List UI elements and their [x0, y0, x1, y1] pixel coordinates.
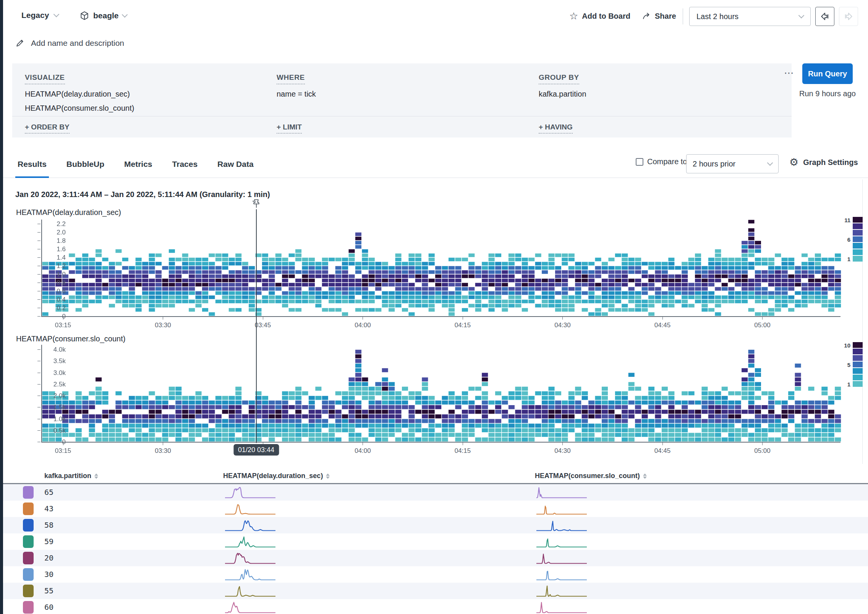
x-axis-tick-label: 03:30 [147, 322, 178, 329]
left-nav-edge [0, 0, 3, 614]
y-axis-tick-label: 0.4 [44, 296, 66, 304]
pencil-icon [15, 38, 25, 48]
graph-settings-button[interactable]: ⚙ Graph Settings [789, 157, 858, 168]
graph-settings-label: Graph Settings [803, 158, 858, 167]
table-row[interactable]: 65 [3, 484, 868, 501]
compare-period-value: 2 hours prior [693, 160, 735, 168]
run-query-button[interactable]: Run Query [802, 63, 853, 84]
sort-icon [94, 473, 98, 479]
visualize-clause[interactable]: HEATMAP(delay.duration_sec) [25, 90, 134, 99]
y-axis-tick-label: 0.6 [44, 288, 66, 295]
slo-sparkline [536, 503, 587, 515]
group-by-clause[interactable]: kafka.partition [539, 90, 586, 99]
table-row[interactable]: 58 [3, 517, 868, 533]
column-header-heatmap-slo[interactable]: HEATMAP(consumer.slo_count) [535, 472, 647, 480]
query-menu-button[interactable]: ⋯ [784, 67, 795, 79]
heatmap1-canvas[interactable] [42, 220, 841, 316]
tab-traces[interactable]: Traces [172, 153, 198, 178]
chart2-plot[interactable] [41, 345, 840, 443]
x-axis-tick [363, 317, 363, 320]
history-forward-button [839, 7, 858, 26]
x-axis-tick-label: 03:15 [48, 322, 78, 329]
series-color-swatch[interactable] [23, 585, 34, 597]
legend-value-label: 6 [841, 236, 850, 243]
y-axis-tick-label: 1.5k [44, 404, 66, 411]
share-label: Share [655, 12, 676, 21]
series-color-swatch[interactable] [23, 535, 34, 548]
y-axis-tick [37, 299, 40, 300]
chart2-title: HEATMAP(consumer.slo_count) [16, 334, 125, 343]
time-range-summary: Jan 20 2022, 3:11:44 AM – Jan 20 2022, 5… [15, 190, 270, 199]
add-name-description[interactable]: Add name and description [15, 38, 124, 48]
dataset-label: beagle [93, 11, 119, 20]
tab-results[interactable]: Results [18, 153, 47, 178]
add-to-board-button[interactable]: ☆ Add to Board [569, 11, 630, 21]
chart1-plot[interactable] [41, 220, 840, 317]
y-axis-tick-label: 0 [44, 313, 66, 320]
legend-swatch [853, 349, 863, 354]
environment-select[interactable]: Legacy [21, 11, 58, 20]
sort-icon [643, 473, 647, 479]
heatmap2-canvas[interactable] [42, 345, 841, 442]
x-axis-tick [762, 443, 763, 445]
add-having-button[interactable]: + HAVING [539, 123, 573, 134]
series-color-swatch[interactable] [23, 601, 34, 614]
pin-icon[interactable] [251, 199, 261, 210]
partition-value: 43 [44, 504, 53, 513]
dataset-select[interactable]: beagle [79, 11, 127, 21]
y-axis-tick-label: 2.5k [44, 381, 66, 388]
column-header-heatmap-delay[interactable]: HEATMAP(delay.duration_sec) [223, 472, 330, 480]
series-color-swatch[interactable] [23, 568, 34, 581]
tabs: ResultsBubbleUpMetricsTracesRaw Data [18, 153, 254, 178]
legend-swatch [853, 362, 863, 367]
y-axis-tick [37, 419, 40, 419]
delay-sparkline [225, 503, 276, 515]
series-color-swatch[interactable] [23, 486, 34, 499]
table-header: kafka.partition HEATMAP(delay.duration_s… [3, 469, 868, 484]
y-axis-tick [37, 291, 40, 291]
y-axis-tick-label: 4.0k [44, 346, 66, 354]
tab-metrics[interactable]: Metrics [124, 153, 152, 178]
column-header-kafka-partition[interactable]: kafka.partition [44, 472, 98, 480]
table-row[interactable]: 43 [3, 501, 868, 517]
time-range-select[interactable]: Last 2 hours [689, 7, 811, 26]
visualize-clause[interactable]: HEATMAP(consumer.slo_count) [25, 104, 134, 113]
add-order-by-button[interactable]: + ORDER BY [25, 123, 70, 134]
tab-raw-data[interactable]: Raw Data [217, 153, 254, 178]
y-axis-tick [37, 316, 40, 317]
compare-to-checkbox[interactable] [636, 158, 643, 166]
table-row[interactable]: 30 [3, 566, 868, 583]
table-row[interactable]: 60 [3, 599, 868, 614]
x-axis-tick-label: 04:15 [447, 322, 478, 329]
table-row[interactable]: 20 [3, 550, 868, 566]
delay-sparkline [225, 486, 276, 498]
crosshair-line[interactable] [256, 209, 257, 443]
delay-sparkline [225, 536, 276, 548]
chevron-down-icon [798, 12, 805, 18]
x-axis-tick-label: 04:00 [347, 447, 378, 455]
table-row[interactable]: 59 [3, 533, 868, 550]
where-clause[interactable]: name = tick [277, 90, 316, 99]
partition-value: 60 [44, 603, 53, 612]
sort-icon [326, 473, 330, 479]
series-color-swatch[interactable] [23, 552, 34, 564]
history-back-button[interactable] [815, 7, 834, 26]
table-row[interactable]: 55 [3, 583, 868, 599]
x-axis-tick [63, 443, 63, 445]
series-color-swatch[interactable] [23, 503, 34, 515]
x-axis-tick [463, 443, 463, 445]
visualize-heading: VISUALIZE [25, 73, 65, 84]
y-axis-tick [37, 266, 40, 266]
compare-period-select[interactable]: 2 hours prior [686, 154, 779, 173]
slo-sparkline [536, 585, 587, 597]
chart1-title: HEATMAP(delay.duration_sec) [16, 208, 121, 217]
y-axis-tick [37, 442, 40, 442]
add-limit-button[interactable]: + LIMIT [277, 123, 302, 134]
y-axis-tick [37, 241, 40, 241]
partition-value: 30 [44, 570, 53, 579]
legend-value-label: 1 [841, 256, 850, 262]
series-color-swatch[interactable] [23, 519, 34, 532]
tab-bubbleup[interactable]: BubbleUp [66, 153, 104, 178]
y-axis-tick [37, 283, 40, 283]
share-button[interactable]: Share [642, 11, 676, 21]
